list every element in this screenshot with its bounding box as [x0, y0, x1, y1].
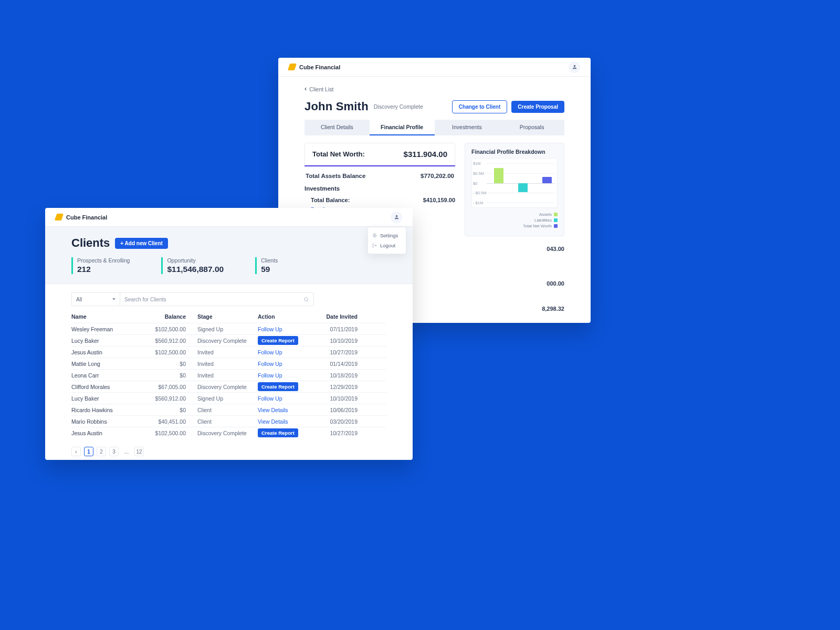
- stat-opportunity-value: $11,546,887.00: [167, 265, 224, 274]
- networth-value: $311.904.00: [404, 150, 447, 159]
- row-balance: $67,005.00: [145, 384, 197, 390]
- table-row[interactable]: Mattie Long$0InvitedFollow Up01/14/2019: [71, 358, 386, 369]
- svg-point-0: [374, 235, 375, 236]
- row-balance: $102,500.00: [145, 326, 197, 332]
- detail-tabs: Client Details Financial Profile Investm…: [304, 120, 564, 135]
- clients-list-card: Cube Financial Settings Logout Clients +…: [45, 208, 413, 460]
- stat-clients-value: 59: [261, 265, 278, 274]
- row-stage: Discovery Complete: [197, 384, 258, 390]
- row-date: 10/10/2019: [310, 338, 358, 344]
- row-balance: $0: [145, 372, 197, 379]
- filter-select[interactable]: All: [71, 292, 120, 306]
- legend-liabilities: Liabilities: [534, 218, 552, 223]
- row-action-link[interactable]: View Details: [258, 407, 288, 413]
- row-name: Lucy Baker: [71, 338, 145, 344]
- breakdown-legend: Assets Liabilities Total Net Worth: [471, 212, 558, 228]
- assets-value: $770,202.00: [421, 173, 454, 179]
- table-row[interactable]: Lucy Baker$560,912.00Discovery CompleteC…: [71, 334, 386, 346]
- row-date: 10/06/2019: [310, 407, 358, 413]
- logout-icon: [372, 243, 377, 248]
- row-name: Clifford Morales: [71, 384, 145, 390]
- stat-prospects-value: 212: [77, 265, 130, 274]
- page-ellipsis: ...: [122, 447, 131, 456]
- ytick-m1m: - $1M: [473, 200, 483, 205]
- brand-logo-icon: [55, 214, 64, 220]
- investments-section-title: Investments: [304, 185, 455, 192]
- row-action: Follow Up: [258, 349, 310, 355]
- row-action-link[interactable]: View Details: [258, 418, 288, 425]
- inv-total-value: $410,159.00: [423, 197, 455, 203]
- row-action-link[interactable]: Follow Up: [258, 349, 282, 355]
- create-report-button[interactable]: Create Report: [258, 336, 298, 345]
- row-name: Lucy Baker: [71, 395, 145, 402]
- popover-logout[interactable]: Logout: [368, 240, 406, 250]
- row-date: 10/27/2019: [310, 430, 358, 436]
- bar-networth: [542, 177, 552, 183]
- page-title: Clients: [71, 236, 110, 250]
- table-row[interactable]: Ricardo Hawkins$0ClientView Details10/06…: [71, 404, 386, 415]
- row-action-link[interactable]: Follow Up: [258, 326, 282, 332]
- peek-value-2: 000.00: [547, 280, 564, 287]
- stat-opportunity: Opportunity $11,546,887.00: [161, 257, 224, 274]
- row-stage: Invited: [197, 372, 258, 379]
- row-action-link[interactable]: Follow Up: [258, 372, 282, 379]
- popover-settings-label: Settings: [380, 233, 398, 238]
- row-balance: $0: [145, 407, 197, 413]
- create-report-button[interactable]: Create Report: [258, 428, 298, 437]
- row-name: Leona Carr: [71, 372, 145, 379]
- detail-avatar-button[interactable]: [569, 61, 580, 73]
- page-2[interactable]: 2: [97, 447, 106, 456]
- clients-table: Name Balance Stage Action Date Invited W…: [45, 306, 413, 438]
- tab-client-details[interactable]: Client Details: [304, 120, 370, 135]
- table-row[interactable]: Leona Carr$0InvitedFollow Up10/18/2019: [71, 369, 386, 381]
- brand-name: Cube Financial: [299, 64, 340, 70]
- table-row[interactable]: Jesus Austin$102,500.00Discovery Complet…: [71, 427, 386, 438]
- page-1[interactable]: 1: [84, 447, 93, 456]
- tab-financial-profile[interactable]: Financial Profile: [370, 120, 435, 135]
- tab-investments[interactable]: Investments: [435, 120, 500, 135]
- table-row[interactable]: Jesus Austin$102,500.00InvitedFollow Up1…: [71, 346, 386, 358]
- row-name: Mario Robbins: [71, 418, 145, 425]
- tab-proposals[interactable]: Proposals: [499, 120, 564, 135]
- page-12[interactable]: 12: [134, 447, 144, 456]
- row-action: Follow Up: [258, 372, 310, 379]
- row-balance: $0: [145, 361, 197, 367]
- row-action: Create Report: [258, 336, 310, 345]
- table-header: Name Balance Stage Action Date Invited: [71, 313, 386, 323]
- row-balance: $40,451.00: [145, 418, 197, 425]
- table-row[interactable]: Mario Robbins$40,451.00ClientView Detail…: [71, 415, 386, 427]
- page-3[interactable]: 3: [109, 447, 119, 456]
- breadcrumb-client-list[interactable]: ‹ Client List: [304, 86, 333, 92]
- gear-icon: [372, 233, 377, 238]
- popover-settings[interactable]: Settings: [368, 230, 406, 240]
- change-to-client-button[interactable]: Change to Client: [452, 100, 507, 113]
- row-action: Follow Up: [258, 361, 310, 367]
- search-input[interactable]: Search for Clients: [120, 292, 314, 306]
- row-action-link[interactable]: Follow Up: [258, 395, 282, 402]
- table-row[interactable]: Lucy Baker$560,912.00Signed UpFollow Up1…: [71, 392, 386, 404]
- col-stage: Stage: [197, 313, 258, 320]
- page-prво[interactable]: ‹: [71, 447, 81, 456]
- add-client-button[interactable]: + Add new Client: [115, 238, 167, 249]
- create-proposal-button[interactable]: Create Proposal: [511, 101, 564, 113]
- row-name: Mattie Long: [71, 361, 145, 367]
- row-stage: Client: [197, 418, 258, 425]
- col-balance: Balance: [145, 313, 197, 320]
- row-balance: $102,500.00: [145, 349, 197, 355]
- legend-assets: Assets: [539, 212, 552, 217]
- search-placeholder: Search for Clients: [124, 297, 166, 302]
- create-report-button[interactable]: Create Report: [258, 382, 298, 391]
- row-action: Follow Up: [258, 326, 310, 332]
- row-stage: Discovery Complete: [197, 338, 258, 344]
- row-balance: $102,500.00: [145, 430, 197, 436]
- row-action-link[interactable]: Follow Up: [258, 361, 282, 367]
- breakdown-chart: $1M $0.5M $0 - $0.5M - $1M: [471, 158, 558, 208]
- table-row[interactable]: Clifford Morales$67,005.00Discovery Comp…: [71, 381, 386, 392]
- table-row[interactable]: Wesley Freeman$102,500.00Signed UpFollow…: [71, 323, 386, 334]
- row-date: 01/14/2019: [310, 361, 358, 367]
- list-avatar-button[interactable]: [391, 212, 402, 223]
- row-action: Follow Up: [258, 395, 310, 402]
- row-date: 12/29/2019: [310, 384, 358, 390]
- user-popover: Settings Logout: [368, 227, 406, 254]
- brand: Cube Financial: [289, 64, 340, 70]
